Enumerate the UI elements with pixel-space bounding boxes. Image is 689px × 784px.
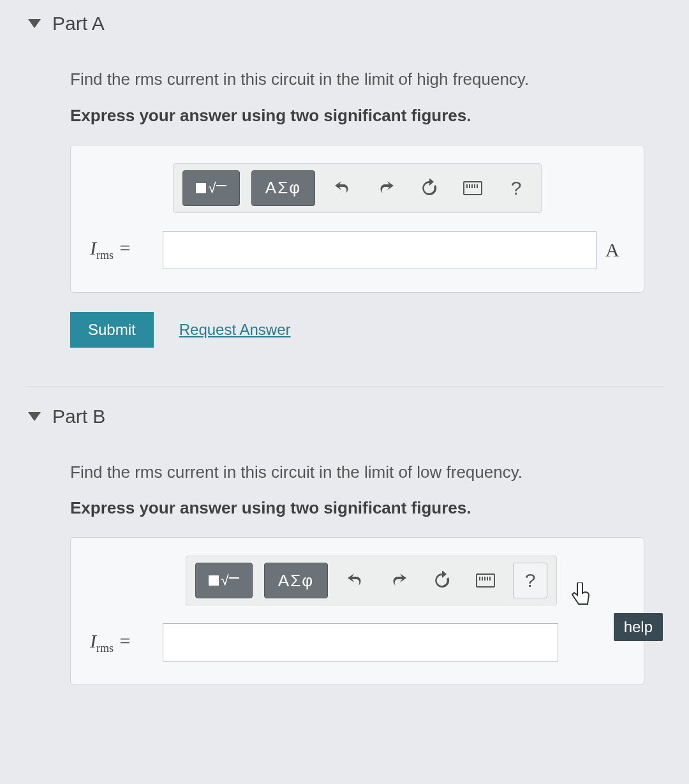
part-b-body: Find the rms current in this circuit in … [26,459,663,686]
part-a-header[interactable]: Part A [26,13,663,34]
keyboard-button[interactable] [470,563,501,598]
caret-down-icon [28,412,41,421]
part-a-section: Part A Find the rms current in this circ… [26,13,663,348]
part-a-body: Find the rms current in this circuit in … [26,66,663,348]
submit-button[interactable]: Submit [70,312,154,348]
part-b-prompt: Find the rms current in this circuit in … [70,459,663,486]
undo-button[interactable] [327,170,359,206]
redo-button[interactable] [370,170,402,206]
caret-down-icon [28,19,41,28]
reset-button[interactable] [426,563,458,598]
keyboard-icon [476,573,495,588]
redo-button[interactable] [383,563,415,598]
part-b-section: Part B Find the rms current in this circ… [26,406,663,686]
part-a-unit: A [605,239,625,261]
part-b-instructions: Express your answer using two significan… [70,498,663,518]
help-tooltip: help [614,613,663,641]
part-a-actions: Submit Request Answer [70,312,663,348]
part-a-prompt: Find the rms current in this circuit in … [70,66,663,93]
part-a-input-row: Irms = A [90,231,625,269]
undo-button[interactable] [339,563,371,598]
part-b-toolbar: √ ΑΣφ ? [186,556,557,605]
part-b-input-row: Irms = [90,623,625,662]
redo-icon [389,572,408,589]
part-b-answer-box: √ ΑΣφ ? [70,537,644,685]
part-b-header[interactable]: Part B [26,406,663,427]
part-a-title: Part A [52,13,105,34]
part-a-answer-box: √ ΑΣφ ? Irms = [70,145,644,293]
part-b-answer-input[interactable] [163,623,558,662]
request-answer-link[interactable]: Request Answer [179,321,291,339]
help-button[interactable]: ? [513,563,547,598]
reset-icon [420,179,439,198]
section-divider [26,386,663,387]
math-template-button[interactable]: √ [195,563,253,598]
part-a-instructions: Express your answer using two significan… [70,106,663,126]
part-b-title: Part B [52,406,105,427]
keyboard-icon [463,181,482,195]
part-a-variable-label: Irms = [90,237,154,262]
part-a-answer-input[interactable] [163,231,596,269]
help-button[interactable]: ? [500,170,532,206]
math-template-icon: √ [209,572,239,589]
reset-button[interactable] [413,170,445,206]
undo-icon [333,179,352,197]
math-template-icon: √ [196,180,226,196]
part-a-toolbar: √ ΑΣφ ? [173,163,542,213]
part-b-variable-label: Irms = [90,630,154,655]
greek-symbols-button[interactable]: ΑΣφ [264,563,328,598]
keyboard-button[interactable] [457,170,489,206]
math-template-button[interactable]: √ [182,170,240,206]
undo-icon [346,572,365,589]
reset-icon [433,571,452,590]
greek-symbols-button[interactable]: ΑΣφ [251,170,315,206]
redo-icon [376,179,396,197]
pointer-cursor-icon [571,582,593,612]
